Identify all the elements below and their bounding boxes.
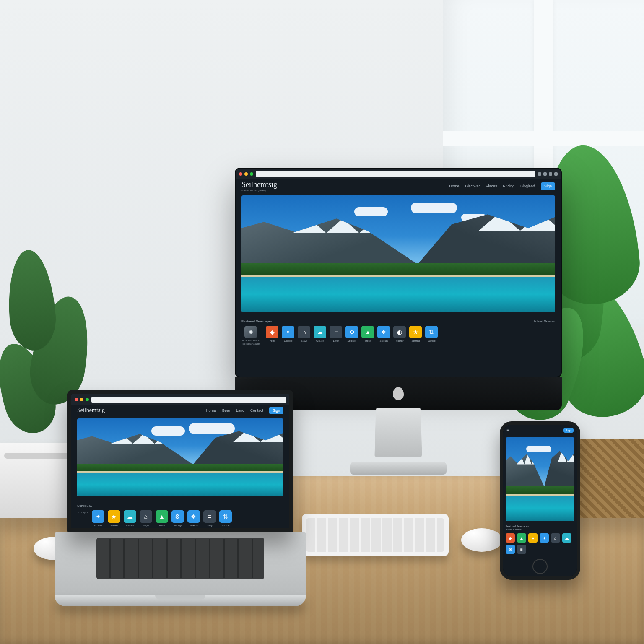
app-tile[interactable]: ☁Clouds (124, 510, 136, 527)
nav-link[interactable]: Gear (222, 408, 230, 413)
url-bar[interactable] (256, 171, 535, 177)
tile-label: Listly (333, 340, 339, 342)
app-tile[interactable]: ✦Explore (282, 326, 294, 342)
tile-label: Nightly (396, 340, 403, 342)
top-nav: Seilhemtsig HomeGearLandContactSign (71, 405, 289, 416)
nav-link[interactable]: Home (206, 408, 216, 413)
macbook-keyboard (55, 532, 306, 595)
tile-label: Stays (301, 340, 307, 342)
app-tile[interactable]: ▲Treks (156, 510, 168, 527)
tiles-row: ◆Perfil✦Explore⌂Stays☁Clouds≡Listly⚙Sett… (266, 326, 438, 342)
app-tile[interactable]: ≡Listly (330, 326, 342, 342)
min-dot-icon[interactable] (80, 398, 83, 401)
app-tile[interactable]: ≡Listly (203, 510, 216, 527)
macbook-base (55, 595, 306, 606)
app-tile[interactable]: ✦ (540, 533, 549, 543)
nav-links: HomeGearLandContactSign (206, 407, 283, 414)
close-dot-icon[interactable] (75, 398, 78, 401)
menu-icon[interactable]: ≡ (506, 427, 509, 433)
tile-label: Shields (190, 524, 198, 527)
close-dot-icon[interactable] (239, 172, 242, 176)
tile-label: Treks (158, 524, 165, 527)
top-nav: Seilhemtsig scenic travel gallery HomeDi… (236, 179, 561, 193)
url-bar[interactable] (91, 397, 286, 403)
app-tile[interactable]: ◐Nightly (393, 326, 406, 342)
tile-label: Starred (412, 340, 420, 342)
badge-block: ✺ Editor's Choice Top Destinations (242, 326, 260, 345)
brand-logo[interactable]: Seilhemtsig (242, 181, 277, 188)
website-desktop: Seilhemtsig scenic travel gallery HomeDi… (236, 169, 561, 377)
tiles-row: ◆▲★✦⌂☁⚙≡ (506, 533, 574, 554)
nav-link[interactable]: Pricing (503, 184, 514, 188)
bottom-bar: Sunlit Bay Your apps ✦Explore★Starred☁Cl… (71, 501, 289, 531)
window-controls[interactable] (75, 398, 89, 401)
app-tile[interactable]: ⚙Settings (345, 326, 358, 342)
app-tile[interactable]: ▲ (517, 533, 526, 543)
brand-logo[interactable]: Seilhemtsig (77, 408, 105, 413)
nav-link[interactable]: Contact (250, 408, 263, 413)
tile-icon: ☁ (314, 326, 326, 338)
apps-label: Your apps (77, 511, 88, 514)
app-tile[interactable]: ⚙ (506, 545, 515, 554)
app-tile[interactable]: ⇅Sortide (219, 510, 232, 527)
tile-icon: ❖ (187, 510, 200, 523)
app-tile[interactable]: ✦Explore (92, 510, 104, 527)
window-controls[interactable] (239, 172, 253, 176)
iphone-device: ≡ Sign Featured Seascapes Island Scenes … (500, 421, 580, 580)
tile-label: Settings (173, 524, 182, 527)
imac-stand (365, 410, 432, 473)
nav-links: HomeDiscoverPlacesPricingBloglandSign (449, 182, 555, 190)
app-tile[interactable]: ⌂Stays (298, 326, 310, 342)
app-tile[interactable]: ≡ (517, 545, 526, 554)
app-tile[interactable]: ★Starred (409, 326, 422, 342)
tile-icon: ⚙ (171, 510, 184, 523)
app-tile[interactable]: ⇅Sortide (425, 326, 438, 342)
app-tile[interactable]: ◆ (506, 533, 515, 543)
cta-button[interactable]: Sign (564, 428, 574, 433)
nav-link[interactable]: Land (236, 408, 244, 413)
tile-icon: ⇅ (219, 510, 232, 523)
app-tile[interactable]: ★Starred (108, 510, 120, 527)
tile-label: Clouds (316, 340, 324, 342)
tile-icon: ▲ (361, 326, 374, 338)
bottom-bar: Featured Seascapes Island Scenes ✺ Edito… (236, 316, 561, 349)
app-tile[interactable]: ☁Clouds (314, 326, 326, 342)
app-tile[interactable]: ★ (528, 533, 538, 543)
max-dot-icon[interactable] (86, 398, 89, 401)
tile-icon: ⌂ (298, 326, 310, 338)
tile-icon: ▲ (517, 533, 526, 543)
home-button[interactable] (532, 559, 548, 574)
browser-bar (236, 169, 561, 179)
tile-icon: ★ (409, 326, 422, 338)
section-title-left: Featured Seascapes (242, 319, 273, 323)
tile-icon: ◆ (506, 533, 515, 543)
tile-icon: ≡ (330, 326, 342, 338)
nav-link[interactable]: Blogland (520, 184, 535, 188)
tile-label: Treks (365, 340, 371, 342)
app-tile[interactable]: ⚙Settings (171, 510, 184, 527)
app-tile[interactable]: ⌂Stays (140, 510, 152, 527)
tile-icon: ☁ (124, 510, 136, 523)
nav-link[interactable]: Places (486, 184, 497, 188)
cta-button[interactable]: Sign (269, 407, 283, 414)
nav-link[interactable]: Discover (465, 184, 480, 188)
app-tile[interactable]: ◆Perfil (266, 326, 278, 342)
cta-button[interactable]: Sign (541, 182, 555, 190)
nav-link[interactable]: Home (449, 184, 459, 188)
tile-label: Starred (110, 524, 118, 527)
app-tile[interactable]: ⌂ (551, 533, 560, 543)
apple-logo-icon (393, 387, 404, 400)
app-tile[interactable]: ❖Shields (377, 326, 390, 342)
tile-label: Clouds (126, 524, 134, 527)
min-dot-icon[interactable] (244, 172, 248, 176)
app-tile[interactable]: ☁ (562, 533, 571, 543)
imac-display: Seilhemtsig scenic travel gallery HomeDi… (235, 168, 562, 377)
app-tile[interactable]: ❖Shields (187, 510, 200, 527)
tiles-row: ✦Explore★Starred☁Clouds⌂Stays▲Treks⚙Sett… (92, 510, 232, 527)
max-dot-icon[interactable] (250, 172, 253, 176)
tile-icon: ◆ (266, 326, 278, 338)
tile-icon: ⌂ (140, 510, 152, 523)
app-tile[interactable]: ▲Treks (361, 326, 374, 342)
website-mobile: ≡ Sign Featured Seascapes Island Scenes … (503, 425, 577, 576)
badge-label: Editor's Choice (242, 339, 259, 342)
